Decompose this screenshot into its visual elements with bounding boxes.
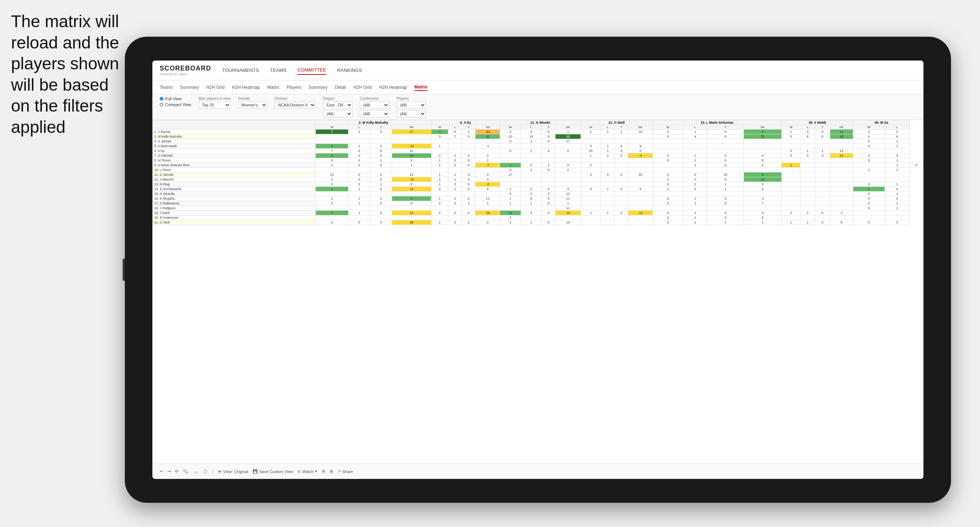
gender-label: Gender	[238, 97, 267, 100]
players-select[interactable]: (All)	[396, 101, 426, 109]
toolbar-separator: |	[212, 468, 213, 475]
share-button[interactable]: ↗ Share	[337, 469, 353, 474]
nav-rankings[interactable]: RANKINGS	[337, 66, 362, 75]
nav-teams[interactable]: TEAMS	[270, 66, 286, 75]
subnav-h2h-grid2[interactable]: H2H Grid	[353, 84, 372, 90]
player-name: 2. M Kelly Mulcahy	[153, 134, 316, 139]
division-label: Division	[275, 97, 316, 100]
players-label: Players	[396, 97, 426, 100]
full-view-label: Full View	[165, 97, 181, 101]
sh-dif6: Dif	[830, 125, 853, 130]
watch-button[interactable]: ⊙ Watch ▾	[298, 469, 317, 474]
player-name: 3. S Jelinek	[153, 139, 316, 144]
region-select[interactable]: East - DII	[323, 101, 353, 109]
save-custom-button[interactable]: 💾 Save Custom View	[253, 469, 293, 474]
full-view-radio[interactable]	[160, 97, 163, 100]
save-custom-icon: 💾	[253, 469, 258, 474]
sh-w5: W	[653, 125, 683, 130]
zoom-out-button[interactable]: 🔍-	[183, 469, 189, 474]
tablet-frame: SCOREBOARD Powered by clippd TOURNAMENTS…	[125, 37, 951, 503]
compact-view-radio[interactable]	[160, 103, 163, 106]
table-row: 3. S Jelinek 0 2 0 17	[153, 139, 923, 144]
gender-select[interactable]: Women's	[238, 101, 267, 109]
sh-l7: L	[885, 125, 910, 130]
logo-title: SCOREBOARD	[160, 65, 211, 72]
view-options: Full View Compact View	[160, 97, 191, 107]
sh-dif2: Dif	[476, 125, 500, 130]
sh-l4: L	[601, 125, 615, 130]
subnav-h2h-grid[interactable]: H2H Grid	[206, 84, 225, 90]
col-header-woods: 11. G Woods	[500, 121, 581, 125]
player-name: 12. A Bianchi	[153, 177, 316, 182]
conference-all-select[interactable]: (All)	[360, 110, 389, 117]
redo-button[interactable]: ↪	[167, 469, 171, 474]
subnav-matrix2[interactable]: Matrix	[415, 84, 427, 91]
subnav-h2h-heatmap2[interactable]: H2H Heatmap	[379, 84, 407, 90]
table-row: 2. M Kelly Mulcahy 0 7 0 40 10 10 0 50	[153, 134, 923, 139]
sh-t1: T	[370, 125, 392, 130]
view-original-button[interactable]: 👁 View: Original	[218, 469, 248, 474]
save-custom-label: Save Custom View	[259, 469, 293, 474]
subnav-h2h-heatmap[interactable]: H2H Heatmap	[232, 84, 260, 90]
player-name: 6. A Dy	[153, 149, 316, 153]
sh-dif1: Dif	[392, 125, 431, 130]
sh-t3: T	[542, 125, 555, 130]
table-row: 14. S Srichantamit 3 1 0 14 0 1 0 5 1 2 …	[153, 187, 923, 192]
tablet-screen: SCOREBOARD Powered by clippd TOURNAMENTS…	[153, 60, 923, 479]
conference-select[interactable]: (All)	[360, 101, 389, 109]
share-icon: ↗	[337, 469, 341, 474]
subnav-teams[interactable]: Teams	[160, 84, 173, 90]
sh-t2: T	[462, 125, 476, 130]
subnav-summary2[interactable]: Summary	[309, 84, 327, 90]
sh-t5: T	[707, 125, 743, 130]
subnav-summary[interactable]: Summary	[180, 84, 199, 90]
col-header-schurnac: 23. L Marie Schurnac	[653, 121, 782, 125]
table-row: 8. M Torres 0 0 1 0 1 0 0 2	[153, 158, 923, 163]
subnav-players[interactable]: Players	[286, 84, 301, 90]
table-row: 6. A Dy 7 0 0 11 0 1 4 0 25	[153, 149, 923, 153]
table-row: 13. N Klug 0 0 1 0 1 0 0 -2	[153, 182, 923, 187]
subnav-detail[interactable]: Detail	[335, 84, 346, 90]
table-row: 9. A Maria Jimenez Rios 1 0 0 1 1 0 0 -7…	[153, 163, 923, 168]
refresh-button[interactable]: ⟳	[175, 469, 178, 474]
sh-w4: W	[581, 125, 601, 130]
player-name: 17. D Ballesteros	[153, 201, 316, 206]
logo-subtitle: Powered by clippd	[160, 72, 211, 76]
player-name: 8. M Torres	[153, 158, 316, 163]
player-name: 16. K Mcgaha	[153, 196, 316, 201]
share-label: Share	[342, 469, 353, 474]
max-players-select[interactable]: Top 25	[199, 101, 231, 109]
sh-l1: L	[348, 125, 370, 130]
player-name: 21. O Stoll	[153, 220, 316, 225]
clock-button[interactable]: 🕐	[202, 469, 207, 474]
sh-dif5: Dif	[743, 125, 781, 130]
grid-button[interactable]: ⊞	[330, 469, 333, 474]
players-filter: Players (All) (All)	[396, 97, 426, 117]
player-name: 11. G Woods	[153, 173, 316, 177]
tablet-side-button	[123, 259, 125, 281]
conference-filter: Conference (All) (All)	[360, 97, 389, 117]
max-players-filter: Max players in view Top 25	[199, 97, 231, 109]
table-row: 1. J Garcia 3 1 0 27 3 0 1 -11 4 3 0 1 1	[153, 130, 923, 134]
nav-committee[interactable]: COMMITTEE	[298, 66, 326, 75]
region-all-select[interactable]: (All)	[323, 110, 353, 117]
sh-dif4: Dif	[628, 125, 653, 130]
table-row: 19. J Kanh 3 1 0 19 4 0 0 -20 13 0 0 -31…	[153, 211, 923, 216]
compact-view-label: Compact View	[165, 102, 191, 107]
player-name: 13. N Klug	[153, 182, 316, 187]
table-row: 7. O Mitchell 3 0 0 18 2 2 0 2 1	[153, 153, 923, 158]
subnav-matrix[interactable]: Matrix	[267, 84, 279, 90]
nav-tournaments[interactable]: TOURNAMENTS	[222, 66, 259, 75]
settings-button[interactable]: ⚙	[321, 469, 325, 474]
sh-w6: W	[782, 125, 800, 130]
gender-filter: Gender Women's	[238, 97, 267, 109]
division-select[interactable]: NCAA Division II	[275, 101, 316, 109]
compact-view-option[interactable]: Compact View	[160, 102, 191, 107]
player-name: 10. L Perini	[153, 168, 316, 173]
players-all-select[interactable]: (All)	[396, 110, 426, 117]
full-view-option[interactable]: Full View	[160, 97, 191, 101]
player-name: 7. O Mitchell	[153, 153, 316, 158]
matrix-content[interactable]: 2. M Kelly Mulcahy 6. A Dy 11. G Woods 2…	[153, 120, 923, 464]
undo-button[interactable]: ↩	[160, 469, 163, 474]
table-row: 15. H Stranda 0 2 0 11	[153, 192, 923, 196]
